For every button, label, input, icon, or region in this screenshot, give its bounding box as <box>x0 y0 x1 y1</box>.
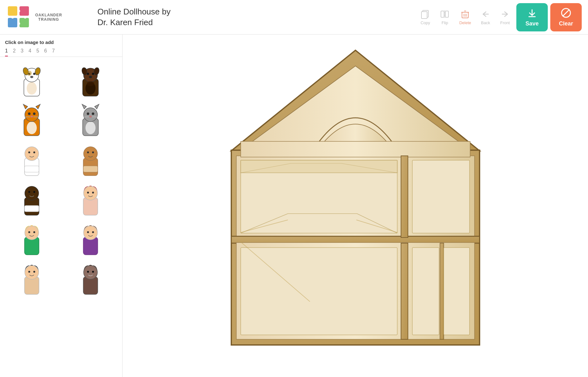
svg-rect-3 <box>19 18 29 27</box>
svg-line-23 <box>563 10 569 16</box>
copy-icon <box>420 9 430 19</box>
svg-rect-119 <box>241 160 397 173</box>
svg-rect-75 <box>83 166 98 172</box>
sidebar-instruction: Click on image to add <box>0 40 122 48</box>
delete-icon <box>460 9 470 19</box>
svg-point-69 <box>33 151 35 153</box>
svg-rect-106 <box>231 236 480 243</box>
list-item[interactable] <box>63 62 119 99</box>
svg-point-100 <box>92 271 94 273</box>
svg-point-96 <box>33 271 35 273</box>
tab-2[interactable]: 2 <box>13 48 16 57</box>
svg-rect-70 <box>25 166 39 172</box>
dollhouse[interactable] <box>222 44 489 358</box>
svg-point-68 <box>28 151 30 153</box>
svg-marker-46 <box>36 104 40 109</box>
instruction-rest: on image to add <box>18 40 54 45</box>
svg-rect-112 <box>241 248 397 335</box>
tab-7[interactable]: 7 <box>52 48 55 57</box>
svg-point-99 <box>87 271 89 273</box>
list-item[interactable] <box>63 181 119 218</box>
svg-point-6 <box>24 16 26 19</box>
list-item[interactable] <box>63 260 119 297</box>
save-button[interactable]: Save <box>516 3 548 31</box>
svg-rect-80 <box>25 205 39 212</box>
svg-rect-0 <box>8 6 17 16</box>
list-item[interactable] <box>63 101 119 139</box>
svg-point-40 <box>89 76 92 78</box>
action-buttons: Save Clear <box>516 3 582 31</box>
list-item[interactable] <box>63 220 119 257</box>
front-icon <box>500 9 510 19</box>
svg-rect-114 <box>440 243 444 339</box>
svg-point-31 <box>30 76 33 78</box>
svg-point-73 <box>87 151 89 153</box>
svg-point-4 <box>18 10 20 12</box>
svg-rect-110 <box>412 160 470 233</box>
svg-point-94 <box>25 265 39 279</box>
svg-point-61 <box>89 116 92 117</box>
svg-point-78 <box>28 191 30 193</box>
list-item[interactable] <box>4 220 60 257</box>
svg-point-55 <box>85 122 96 134</box>
svg-point-48 <box>33 112 36 115</box>
svg-point-98 <box>84 265 97 279</box>
svg-point-86 <box>25 226 39 240</box>
header: OAKLANDERTRAINING Online Dollhouse by Dr… <box>0 0 588 35</box>
svg-point-7 <box>18 22 20 25</box>
flip-button[interactable]: Flip <box>440 9 450 25</box>
svg-point-77 <box>25 186 39 200</box>
svg-point-39 <box>92 73 94 75</box>
sidebar: Click on image to add 1 2 3 4 5 6 7 <box>0 35 123 377</box>
logo-text: OAKLANDERTRAINING <box>35 13 62 22</box>
list-item[interactable] <box>4 181 60 218</box>
svg-rect-113 <box>412 248 439 335</box>
svg-point-5 <box>11 16 14 19</box>
svg-point-32 <box>27 71 32 76</box>
sidebar-tabs: 1 2 3 4 5 6 7 <box>0 48 122 57</box>
list-item[interactable] <box>4 260 60 297</box>
main: Click on image to add 1 2 3 4 5 6 7 <box>0 35 588 377</box>
svg-point-83 <box>87 192 89 194</box>
svg-rect-9 <box>421 12 427 19</box>
svg-rect-108 <box>401 156 408 238</box>
svg-point-90 <box>84 226 97 240</box>
list-item[interactable] <box>4 141 60 178</box>
save-icon <box>526 7 538 19</box>
list-item[interactable] <box>63 141 119 178</box>
clear-icon <box>560 7 572 19</box>
tab-4[interactable]: 4 <box>29 48 31 57</box>
list-item[interactable] <box>4 101 60 139</box>
svg-point-41 <box>87 81 94 86</box>
svg-point-38 <box>87 73 89 75</box>
tab-5[interactable]: 5 <box>36 48 39 57</box>
svg-point-25 <box>27 82 37 95</box>
svg-rect-111 <box>401 243 408 339</box>
logo-area: OAKLANDERTRAINING <box>6 5 94 30</box>
svg-point-67 <box>25 147 39 161</box>
sidebar-scroll[interactable] <box>0 59 122 377</box>
svg-point-87 <box>28 231 30 233</box>
copy-button[interactable]: Copy <box>420 9 430 25</box>
svg-marker-45 <box>23 104 28 109</box>
canvas-area[interactable] <box>123 35 588 377</box>
svg-point-72 <box>84 147 97 161</box>
instruction-bold: Click <box>5 40 16 45</box>
svg-rect-11 <box>445 11 448 17</box>
svg-point-47 <box>28 112 30 115</box>
figures-grid <box>4 62 118 297</box>
back-button[interactable]: Back <box>481 9 491 25</box>
svg-rect-105 <box>241 141 470 157</box>
tab-3[interactable]: 3 <box>21 48 24 57</box>
svg-rect-115 <box>444 248 470 335</box>
clear-button[interactable]: Clear <box>550 3 582 31</box>
back-icon <box>481 9 491 19</box>
svg-marker-57 <box>82 104 86 109</box>
tab-6[interactable]: 6 <box>44 48 47 57</box>
front-button[interactable]: Front <box>500 9 510 25</box>
app-title: Online Dollhouse by Dr. Karen Fried <box>97 7 171 28</box>
delete-button[interactable]: Delete <box>459 9 471 25</box>
svg-rect-10 <box>441 11 444 17</box>
tab-1[interactable]: 1 <box>5 48 8 57</box>
list-item[interactable] <box>4 62 60 99</box>
